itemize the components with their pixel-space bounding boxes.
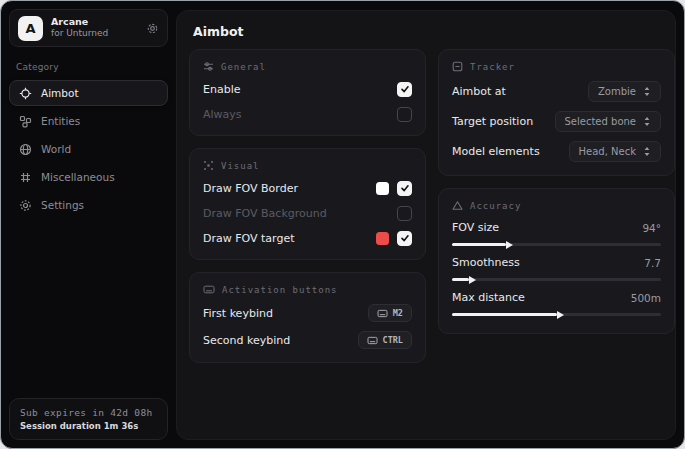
smoothness-slider-group: Smoothness 7.7 <box>452 256 661 281</box>
always-checkbox[interactable] <box>397 107 412 122</box>
setting-row-second-keybind: Second keybind CTRL <box>203 331 412 349</box>
slider-value: 7.7 <box>644 257 661 269</box>
setting-row-fov-border: Draw FOV Border <box>203 180 412 196</box>
setting-label: Draw FOV Background <box>203 207 327 220</box>
model-elements-select[interactable]: Head, Neck <box>569 141 661 162</box>
sub-expiry-text: Sub expires in 42d 08h <box>20 407 157 418</box>
slider-thumb[interactable] <box>506 241 513 249</box>
setting-row-fov-background: Draw FOV Background <box>203 205 412 221</box>
setting-label: Draw FOV target <box>203 232 295 245</box>
visual-panel: Visual Draw FOV Border Draw FOV Backgrou… <box>189 148 426 260</box>
sidebar-item-label: Entities <box>41 115 80 127</box>
sidebar-item-settings[interactable]: Settings <box>9 192 168 218</box>
left-column: General Enable Always <box>189 49 426 363</box>
aimbot-at-select[interactable]: Zombie <box>588 81 661 102</box>
fov-size-slider[interactable] <box>452 243 661 246</box>
grid-icon <box>19 171 32 184</box>
slider-value: 500m <box>631 292 661 304</box>
sidebar-item-world[interactable]: World <box>9 136 168 162</box>
panel-title: Accuracy <box>470 201 521 211</box>
first-keybind-button[interactable]: M2 <box>368 304 412 322</box>
fov-background-checkbox[interactable] <box>397 206 412 221</box>
setting-row-enable: Enable <box>203 81 412 97</box>
brand-card: A Arcane for Unturned <box>9 9 168 47</box>
slider-thumb[interactable] <box>469 276 476 284</box>
sidebar-item-label: Miscellaneous <box>41 171 115 183</box>
setting-label: Draw FOV Border <box>203 182 298 195</box>
chevron-up-down-icon <box>643 146 651 157</box>
fov-target-checkbox[interactable] <box>397 231 412 246</box>
brand-logo: A <box>18 16 43 41</box>
setting-label: Always <box>203 108 242 121</box>
slider-label: FOV size <box>452 221 499 234</box>
scan-icon <box>452 61 463 72</box>
enable-checkbox[interactable] <box>397 82 412 97</box>
panel-title: Tracker <box>470 62 515 72</box>
panel-title: Activation buttons <box>222 285 338 295</box>
session-duration-text: Session duration 1m 36s <box>20 421 157 431</box>
sidebar-nav: Aimbot Entities <box>9 80 168 220</box>
keyboard-icon <box>203 284 215 295</box>
sync-icon[interactable] <box>146 22 159 35</box>
brand-name: Arcane <box>51 17 138 28</box>
slider-label: Max distance <box>452 291 525 304</box>
select-value: Selected bone <box>565 116 636 127</box>
keybind-value: CTRL <box>383 335 403 345</box>
setting-label: Enable <box>203 83 240 96</box>
keyboard-icon <box>377 309 388 318</box>
panel-title: Visual <box>221 161 260 171</box>
fov-target-color-swatch[interactable] <box>376 232 389 245</box>
accuracy-panel: Accuracy FOV size 94° Smoothness <box>438 188 675 334</box>
slider-thumb[interactable] <box>557 311 564 319</box>
sidebar-item-label: Aimbot <box>41 87 79 99</box>
sidebar-item-aimbot[interactable]: Aimbot <box>9 80 168 106</box>
panel-title: General <box>221 62 266 72</box>
select-value: Zombie <box>598 86 636 97</box>
slider-value: 94° <box>642 222 661 234</box>
sidebar-item-label: Settings <box>41 199 84 211</box>
target-position-select[interactable]: Selected bone <box>555 111 661 132</box>
setting-label: Target position <box>452 115 533 128</box>
keybind-value: M2 <box>393 308 403 318</box>
fov-border-color-swatch[interactable] <box>376 182 389 195</box>
second-keybind-button[interactable]: CTRL <box>358 331 412 349</box>
setting-label: Model elements <box>452 145 540 158</box>
setting-row-first-keybind: First keybind M2 <box>203 304 412 322</box>
sidebar-item-label: World <box>41 143 71 155</box>
crosshair-icon <box>19 87 32 100</box>
subscription-card: Sub expires in 42d 08h Session duration … <box>9 398 168 440</box>
setting-label: First keybind <box>203 307 273 320</box>
fov-size-slider-group: FOV size 94° <box>452 221 661 246</box>
brand-subtitle: for Unturned <box>51 28 138 38</box>
setting-label: Aimbot at <box>452 85 506 98</box>
smoothness-slider[interactable] <box>452 278 661 281</box>
main-content: Aimbot General Enable <box>176 10 676 440</box>
max-distance-slider[interactable] <box>452 313 661 316</box>
general-panel: General Enable Always <box>189 49 426 136</box>
setting-row-always: Always <box>203 106 412 122</box>
entities-icon <box>19 115 32 128</box>
setting-row-model-elements: Model elements Head, Neck <box>452 141 661 162</box>
keyboard-icon <box>367 336 378 345</box>
triangle-icon <box>452 200 463 211</box>
slider-label: Smoothness <box>452 256 520 269</box>
select-value: Head, Neck <box>579 146 636 157</box>
fov-border-checkbox[interactable] <box>397 181 412 196</box>
app-window: A Arcane for Unturned Category <box>0 0 685 449</box>
activation-panel: Activation buttons First keybind M2 Seco… <box>189 272 426 363</box>
sparkle-icon <box>203 160 214 171</box>
sidebar-item-miscellaneous[interactable]: Miscellaneous <box>9 164 168 190</box>
setting-row-aimbot-at: Aimbot at Zombie <box>452 81 661 102</box>
chevron-up-down-icon <box>643 116 651 127</box>
right-column: Tracker Aimbot at Zombie Target position <box>438 49 675 334</box>
tracker-panel: Tracker Aimbot at Zombie Target position <box>438 49 675 176</box>
category-label: Category <box>16 62 168 72</box>
chevron-up-down-icon <box>643 86 651 97</box>
sidebar: A Arcane for Unturned Category <box>1 1 176 448</box>
gear-icon <box>19 199 32 212</box>
setting-row-fov-target: Draw FOV target <box>203 230 412 246</box>
sliders-icon <box>203 61 214 72</box>
sidebar-item-entities[interactable]: Entities <box>9 108 168 134</box>
setting-row-target-position: Target position Selected bone <box>452 111 661 132</box>
globe-icon <box>19 143 32 156</box>
